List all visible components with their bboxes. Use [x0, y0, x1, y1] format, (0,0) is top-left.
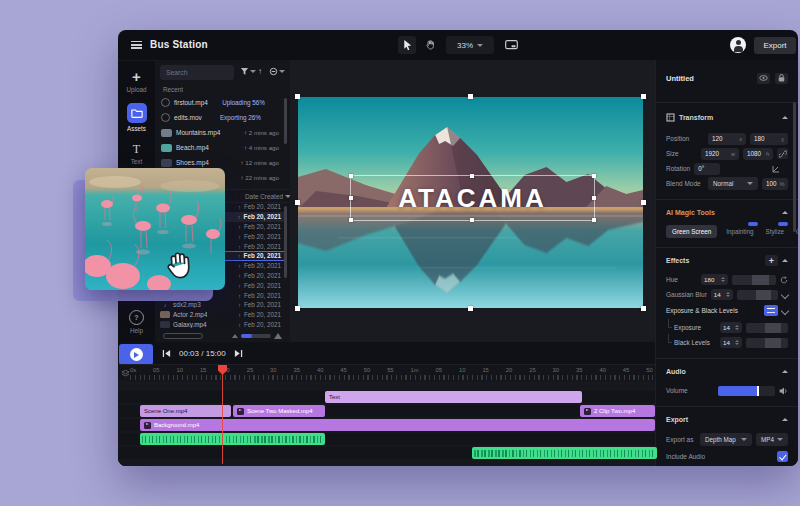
skip-back-button[interactable] — [162, 349, 171, 358]
audio-section-header[interactable]: Audio — [666, 365, 788, 378]
frame-handle[interactable] — [468, 94, 473, 99]
frame-handle[interactable] — [641, 306, 646, 311]
hue-slider[interactable] — [732, 275, 776, 285]
horizontal-scrollbar[interactable] — [163, 333, 203, 339]
blur-slider[interactable] — [737, 290, 778, 300]
export-section-header[interactable]: Export — [666, 413, 788, 426]
visibility-button[interactable] — [757, 73, 770, 84]
display-mode-button[interactable] — [502, 36, 520, 54]
new-badge — [748, 222, 758, 226]
dragged-asset[interactable] — [62, 165, 242, 310]
frame-handle[interactable] — [295, 200, 300, 205]
asset-recent-row[interactable]: firstout.mp4 Uploading 56% — [155, 95, 285, 110]
resize-handle[interactable] — [349, 218, 353, 222]
upload-sort-button[interactable]: ↑ — [258, 67, 262, 76]
ai-tab[interactable]: Stylize — [763, 225, 788, 238]
chevron-down-icon[interactable] — [781, 306, 789, 314]
title-text-layer[interactable]: ATACAMA — [398, 183, 547, 214]
timeline-ruler[interactable]: 0s05101520253035404550551m05101520253035… — [118, 364, 655, 381]
clip-two[interactable]: 2 Clip Two.mp4 — [580, 405, 655, 417]
flamingo-thumbnail[interactable] — [85, 168, 225, 290]
scrollbar[interactable] — [284, 98, 287, 144]
blend-mode-dropdown[interactable]: Normal — [708, 177, 758, 190]
blur-stepper[interactable]: 14 — [711, 289, 734, 300]
column-date-created[interactable]: Date Created — [245, 193, 291, 200]
levels-button[interactable] — [764, 305, 778, 316]
resize-handle[interactable] — [349, 174, 353, 178]
chevron-down-icon[interactable] — [781, 290, 789, 298]
export-container-dropdown[interactable]: MP4 — [756, 433, 788, 446]
play-button[interactable] — [119, 344, 153, 365]
ai-tab[interactable]: Colorize — [793, 225, 798, 238]
export-format-dropdown[interactable]: Depth Map — [700, 433, 752, 446]
transform-section-header[interactable]: Transform — [666, 111, 788, 124]
ai-tab[interactable]: Inpainting — [723, 225, 756, 238]
exposure-stepper[interactable]: 14 — [720, 322, 742, 333]
avatar[interactable] — [730, 37, 746, 53]
file-row[interactable]: Galaxy.mp4 Feb 20, 2021 — [155, 320, 286, 330]
effects-section-header[interactable]: Effects + — [666, 254, 788, 267]
filter-button[interactable] — [240, 67, 256, 76]
frame-handle[interactable] — [295, 94, 300, 99]
text-selection-box[interactable]: ATACAMA — [350, 175, 595, 221]
export-button[interactable]: Export — [754, 37, 796, 54]
ai-tab[interactable]: Green Screen — [666, 225, 717, 238]
resize-handle[interactable] — [470, 218, 474, 222]
asset-recent-row[interactable]: Beach.mp4 4 mins ago — [155, 140, 285, 155]
include-audio-checkbox[interactable] — [777, 451, 788, 462]
ai-magic-tools-header[interactable]: AI Magic Tools — [666, 206, 788, 219]
audio-clip-1[interactable] — [140, 433, 325, 445]
rotation-input[interactable]: 0° — [694, 163, 720, 175]
audio-clip-2[interactable] — [472, 447, 657, 459]
position-x-input[interactable]: 120x — [708, 133, 746, 145]
clip-text[interactable]: Text — [325, 391, 582, 403]
asset-recent-row[interactable]: Mountains.mp4 2 mins ago — [155, 125, 285, 140]
scrollbar[interactable] — [284, 206, 287, 278]
frame-handle[interactable] — [641, 200, 646, 205]
file-row[interactable]: Actor 2.mp4 Feb 20, 2021 — [155, 310, 286, 320]
add-effect-button[interactable]: + — [765, 255, 778, 266]
exposure-slider[interactable] — [746, 323, 788, 333]
opacity-input[interactable]: 100% — [762, 178, 788, 190]
help-button[interactable]: ? Help — [129, 310, 144, 334]
resize-handle[interactable] — [592, 174, 596, 178]
reset-icon[interactable] — [780, 276, 788, 284]
hue-stepper[interactable]: 180 — [701, 274, 728, 285]
resize-handle[interactable] — [349, 196, 353, 200]
zoom-level-dropdown[interactable]: 33% — [446, 36, 494, 54]
search-input[interactable] — [160, 65, 234, 80]
group-button[interactable] — [269, 67, 285, 76]
clip-scene-two[interactable]: Scene Two Masked.mp4 — [233, 405, 325, 417]
resize-handle[interactable] — [592, 196, 596, 200]
frame-handle[interactable] — [295, 306, 300, 311]
black-levels-stepper[interactable]: 14 — [720, 337, 742, 348]
sidebar-item-text[interactable]: T Text — [131, 142, 143, 165]
frame-handle[interactable] — [641, 94, 646, 99]
thumbnail-zoom-control[interactable] — [232, 333, 282, 339]
frame-handle[interactable] — [468, 306, 473, 311]
volume-slider[interactable] — [718, 386, 775, 396]
zoom-slider[interactable] — [241, 334, 271, 338]
preview-canvas[interactable]: ATACAMA — [290, 60, 655, 342]
menu-icon[interactable] — [131, 41, 142, 49]
resize-handle[interactable] — [592, 218, 596, 222]
select-tool-button[interactable] — [398, 36, 416, 54]
clip-scene-one[interactable]: Scene One.mp4 — [140, 405, 231, 417]
skip-forward-button[interactable] — [234, 349, 243, 358]
size-h-input[interactable]: 1080h — [743, 148, 773, 160]
ruler-label: 25 — [247, 367, 253, 373]
speaker-icon[interactable] — [779, 387, 788, 395]
position-y-input[interactable]: 180y — [750, 133, 788, 145]
link-dimensions-button[interactable] — [777, 148, 788, 159]
resize-handle[interactable] — [470, 174, 474, 178]
ruler-label: 10 — [176, 367, 182, 373]
asset-recent-row[interactable]: edits.mov Exporting 26% — [155, 110, 285, 125]
black-levels-slider[interactable] — [746, 338, 788, 348]
size-w-input[interactable]: 1920w — [701, 148, 739, 160]
lock-button[interactable] — [775, 73, 788, 84]
clip-background[interactable]: Background.mp4 — [140, 419, 655, 431]
sidebar-item-assets[interactable]: Assets — [127, 103, 147, 132]
video-frame[interactable]: ATACAMA — [298, 97, 643, 308]
sidebar-item-upload[interactable]: + Upload — [127, 70, 147, 93]
hand-tool-button[interactable] — [421, 36, 439, 54]
